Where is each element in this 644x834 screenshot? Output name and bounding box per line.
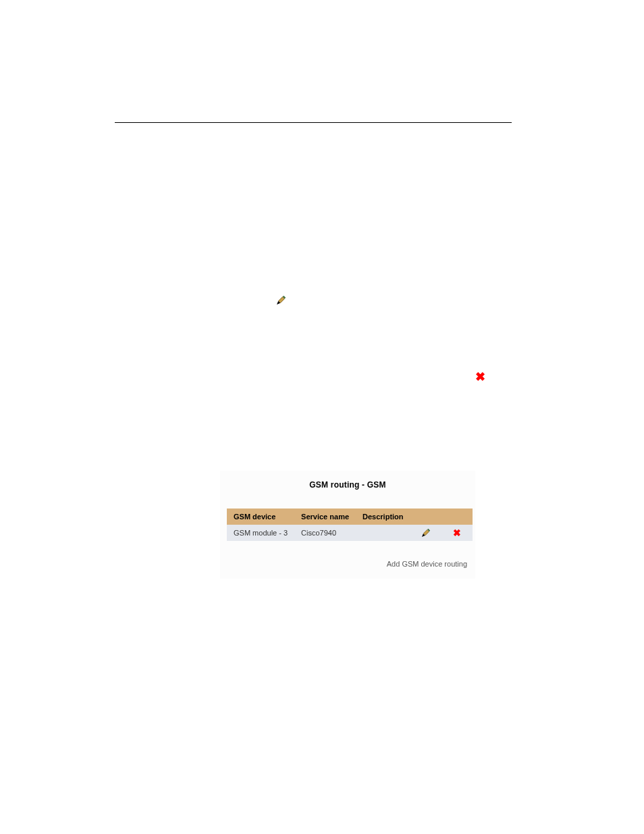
delete-row-button[interactable]: ✖ bbox=[441, 525, 473, 541]
col-desc: Description bbox=[356, 509, 410, 525]
cell-service: Cisco7940 bbox=[294, 525, 356, 541]
cell-desc bbox=[356, 525, 410, 541]
svg-marker-1 bbox=[279, 297, 285, 303]
col-delete bbox=[441, 509, 473, 525]
svg-marker-4 bbox=[423, 529, 429, 535]
col-edit bbox=[410, 509, 441, 525]
add-device-routing-link[interactable]: Add GSM device routing bbox=[387, 560, 467, 568]
table-header-row: GSM device Service name Description bbox=[227, 509, 473, 525]
pencil-icon bbox=[417, 529, 435, 538]
cell-device: GSM module - 3 bbox=[227, 525, 294, 541]
delete-x-icon: ✖ bbox=[453, 527, 461, 538]
col-device: GSM device bbox=[227, 509, 294, 525]
edit-row-button[interactable] bbox=[410, 525, 441, 541]
gsm-routing-panel: GSM routing - GSM GSM device Service nam… bbox=[220, 471, 475, 579]
delete-x-icon: ✖ bbox=[475, 371, 485, 383]
horizontal-rule bbox=[115, 122, 512, 123]
table-row: GSM module - 3 Cisco7940 ✖ bbox=[227, 525, 473, 541]
panel-title: GSM routing - GSM bbox=[220, 480, 475, 490]
pencil-icon bbox=[276, 296, 286, 305]
gsm-routing-table: GSM device Service name Description GSM … bbox=[227, 509, 473, 541]
col-service: Service name bbox=[294, 509, 356, 525]
